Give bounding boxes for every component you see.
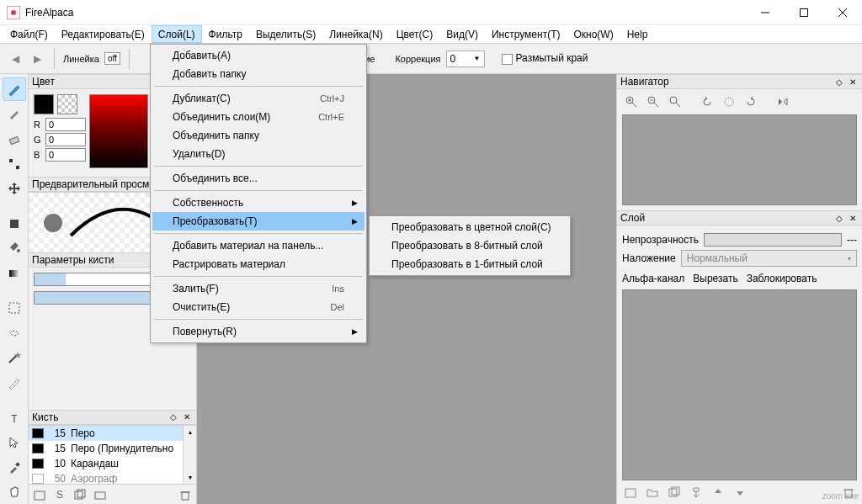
- brush-tool[interactable]: [3, 103, 26, 126]
- brush-row[interactable]: 10Карандаш: [29, 456, 196, 471]
- menu-filter[interactable]: Фильтр: [202, 25, 249, 43]
- close-panel-icon[interactable]: ✕: [181, 411, 193, 423]
- menu-convert[interactable]: Преобразовать(T)▶: [152, 212, 364, 231]
- menu-select[interactable]: Выделить(S): [249, 25, 322, 43]
- menu-fill[interactable]: Залить(F)Ins: [152, 279, 364, 298]
- g-input[interactable]: [45, 133, 86, 146]
- delete-brush-icon[interactable]: [178, 487, 193, 502]
- zoom-fit-icon[interactable]: [666, 93, 684, 111]
- duplicate-brush-icon[interactable]: [72, 487, 88, 502]
- select-rect-tool[interactable]: [3, 297, 26, 321]
- menu-add-layer[interactable]: Добавить(A): [152, 46, 364, 65]
- svg-line-23: [632, 103, 636, 107]
- eyedropper-tool[interactable]: [3, 456, 26, 480]
- close-panel-icon[interactable]: ✕: [847, 212, 859, 224]
- svg-point-31: [725, 98, 733, 106]
- close-panel-icon[interactable]: ✕: [847, 76, 859, 88]
- redo-button[interactable]: ▶: [29, 49, 45, 69]
- layer-up-icon[interactable]: [710, 484, 726, 501]
- select-lasso-tool[interactable]: [3, 321, 26, 345]
- navigator-preview[interactable]: [622, 114, 857, 205]
- menu-help[interactable]: Help: [620, 25, 655, 43]
- menu-duplicate-layer[interactable]: Дубликат(C)Ctrl+J: [152, 89, 364, 108]
- undock-icon[interactable]: ◇: [168, 411, 179, 423]
- ruler-off-button[interactable]: off: [104, 52, 120, 65]
- flip-icon[interactable]: [774, 93, 792, 111]
- new-layer-icon[interactable]: [622, 484, 639, 501]
- maximize-button[interactable]: [785, 0, 823, 25]
- correction-combo[interactable]: 0▼: [446, 50, 485, 67]
- move-tool[interactable]: [3, 177, 26, 200]
- clip-checkbox[interactable]: Вырезать: [693, 273, 737, 284]
- brush-folder-icon[interactable]: [93, 487, 108, 502]
- menu-merge-folder[interactable]: Объединить папку: [152, 126, 364, 145]
- menu-convert-1bit[interactable]: Преобразовать в 1-битный слой: [371, 255, 568, 273]
- lock-checkbox[interactable]: Заблокировать: [747, 273, 817, 284]
- menu-clear[interactable]: Очистить(E)Del: [152, 298, 364, 316]
- menu-file[interactable]: Файл(F): [3, 25, 55, 43]
- add-brush-script-icon[interactable]: S: [52, 487, 67, 502]
- brush-row[interactable]: 15Перо: [29, 426, 196, 441]
- merge-layer-icon[interactable]: [688, 484, 705, 501]
- menu-convert-8bit[interactable]: Преобразовать в 8-битный слой: [371, 236, 568, 255]
- dot-tool[interactable]: [3, 152, 26, 176]
- background-swatch[interactable]: [57, 94, 77, 114]
- text-tool[interactable]: T: [3, 406, 26, 430]
- layer-list[interactable]: [622, 289, 857, 480]
- r-input[interactable]: [45, 118, 86, 131]
- menu-add-material[interactable]: Добавить материал на панель...: [152, 236, 364, 255]
- undock-icon[interactable]: ◇: [833, 212, 845, 224]
- menu-flatten[interactable]: Объединить все...: [152, 169, 364, 188]
- menu-delete-layer[interactable]: Удалить(D): [152, 145, 364, 163]
- rotate-reset-icon[interactable]: [720, 93, 738, 111]
- menu-window[interactable]: Окно(W): [567, 25, 620, 43]
- blend-combo[interactable]: Нормальный▾: [681, 250, 857, 267]
- fill-tool[interactable]: [3, 212, 26, 236]
- undo-button[interactable]: ◀: [7, 49, 24, 69]
- menu-edit[interactable]: Редактировать(E): [55, 25, 152, 43]
- color-picker[interactable]: [89, 94, 148, 168]
- alpha-checkbox[interactable]: Альфа-канал: [622, 273, 684, 284]
- duplicate-layer-icon[interactable]: [666, 484, 683, 501]
- menu-ruler[interactable]: Линейка(N): [322, 25, 389, 43]
- soft-edge-checkbox[interactable]: Размытый край: [502, 52, 588, 64]
- menubar: Файл(F) Редактировать(E) Слой(L) Фильтр …: [0, 25, 862, 44]
- brush-row[interactable]: 50Аэрограф: [29, 471, 196, 485]
- rotate-ccw-icon[interactable]: [698, 93, 716, 111]
- menu-convert-color[interactable]: Преобразовать в цветной слой(C): [371, 218, 568, 236]
- undock-icon[interactable]: ◇: [833, 76, 845, 88]
- menu-view[interactable]: Вид(V): [439, 25, 485, 43]
- close-button[interactable]: [823, 0, 862, 25]
- foreground-swatch[interactable]: [34, 94, 54, 114]
- zoom-in-icon[interactable]: [622, 93, 641, 111]
- gradient-tool[interactable]: [3, 262, 26, 285]
- menu-color[interactable]: Цвет(C): [390, 25, 440, 43]
- opacity-slider[interactable]: [704, 233, 842, 247]
- bucket-tool[interactable]: [3, 236, 26, 260]
- select-pen-tool[interactable]: [3, 371, 26, 395]
- rotate-cw-icon[interactable]: [742, 93, 760, 111]
- menu-layer[interactable]: Слой(L): [152, 25, 202, 43]
- layer-down-icon[interactable]: [732, 484, 748, 501]
- navigator-toolbar: [617, 89, 862, 114]
- new-folder-icon[interactable]: [644, 484, 661, 501]
- add-brush-icon[interactable]: [32, 487, 47, 502]
- eraser-tool[interactable]: [3, 127, 26, 151]
- app-title: FireAlpaca: [25, 7, 746, 19]
- menu-rasterize[interactable]: Растрировать материал: [152, 255, 364, 273]
- b-input[interactable]: [45, 148, 86, 162]
- magic-wand-tool[interactable]: [3, 347, 26, 370]
- menu-tool[interactable]: Инструмент(T): [485, 25, 567, 43]
- brush-row[interactable]: 15Перо (Принудительно: [29, 441, 196, 456]
- pointer-tool[interactable]: [3, 431, 26, 454]
- minimize-button[interactable]: [746, 0, 785, 25]
- menu-properties[interactable]: Собственность▶: [152, 194, 364, 212]
- brush-scrollbar[interactable]: ▴▾: [183, 426, 196, 485]
- hand-tool[interactable]: [3, 481, 26, 504]
- zoom-out-icon[interactable]: [644, 93, 662, 111]
- pen-tool[interactable]: [3, 77, 26, 101]
- menu-add-folder[interactable]: Добавить папку: [152, 65, 364, 83]
- brush-params-title: Параметры кисти: [32, 254, 114, 266]
- menu-merge-layers[interactable]: Объединить слои(M)Ctrl+E: [152, 108, 364, 126]
- menu-rotate[interactable]: Повернуть(R)▶: [152, 322, 364, 341]
